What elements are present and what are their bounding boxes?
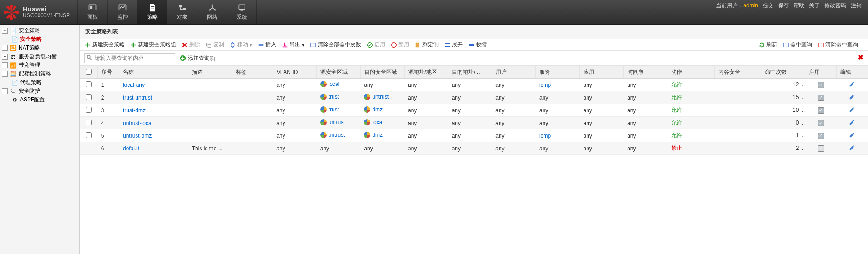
- row-checkbox[interactable]: [86, 94, 92, 100]
- policy-name-link[interactable]: trust-untrust: [123, 95, 152, 101]
- policy-name-link[interactable]: local-any: [123, 82, 145, 88]
- clear-all-hits-button[interactable]: 清除全部命中次数: [310, 41, 361, 49]
- zone-link[interactable]: local: [329, 81, 340, 87]
- policy-name-link[interactable]: default: [123, 145, 139, 152]
- expand-icon[interactable]: +: [2, 88, 8, 94]
- change-password-link[interactable]: 修改密码: [824, 2, 846, 10]
- col-name[interactable]: 名称: [119, 66, 188, 79]
- refresh-button[interactable]: 刷新: [759, 41, 777, 49]
- expand-button[interactable]: 展开: [444, 41, 463, 49]
- edit-icon[interactable]: [849, 106, 855, 113]
- zone-link[interactable]: trust: [329, 106, 339, 113]
- sidebar-item-sec-protect[interactable]: +🛡安全防护: [0, 87, 79, 95]
- col-action[interactable]: 动作: [667, 66, 715, 79]
- row-checkbox[interactable]: [86, 107, 92, 113]
- col-edit[interactable]: 编辑: [836, 66, 868, 79]
- help-link[interactable]: 帮助: [794, 2, 804, 10]
- collapse-button[interactable]: 收缩: [468, 41, 487, 49]
- col-desc[interactable]: 描述: [188, 66, 232, 79]
- clear-hit-query-button[interactable]: 清除命中查询: [818, 41, 858, 49]
- edit-icon[interactable]: [849, 132, 855, 138]
- col-content-sec[interactable]: 内容安全: [714, 66, 761, 79]
- table-row[interactable]: 5untrust-dmzanyuntrustdmzanyanyanyicmpan…: [80, 129, 868, 142]
- add-condition-button[interactable]: 添加查询项: [180, 55, 215, 62]
- logout-link[interactable]: 注销: [851, 2, 862, 10]
- enable-toggle[interactable]: ✓: [818, 95, 824, 101]
- enable-toggle[interactable]: ✓: [818, 133, 824, 139]
- row-checkbox[interactable]: [86, 132, 92, 138]
- col-app[interactable]: 应用: [580, 66, 624, 79]
- zone-link[interactable]: local: [372, 119, 383, 125]
- columns-button[interactable]: 列定制: [415, 41, 439, 49]
- service-link[interactable]: icmp: [539, 133, 551, 139]
- copy-button[interactable]: 复制: [206, 41, 224, 49]
- disable-button[interactable]: 禁用: [391, 41, 409, 49]
- sidebar-item-quota[interactable]: +🧮配额控制策略: [0, 70, 79, 78]
- sidebar-item-nat[interactable]: +🔁NAT策略: [0, 44, 79, 52]
- sidebar-item-bandwidth[interactable]: +📶带宽管理: [0, 61, 79, 70]
- search-input[interactable]: [84, 53, 175, 63]
- about-link[interactable]: 关于: [809, 2, 820, 10]
- policy-name-link[interactable]: untrust-dmz: [123, 133, 152, 139]
- sidebar-item-aspf[interactable]: ⚙ASPF配置: [0, 95, 79, 104]
- edit-icon[interactable]: [849, 94, 855, 100]
- sidebar-item-proxy[interactable]: 📄代理策略: [0, 78, 79, 87]
- service-link[interactable]: icmp: [539, 82, 551, 88]
- expand-icon[interactable]: +: [2, 54, 8, 60]
- col-src-zone[interactable]: 源安全区域: [317, 66, 361, 79]
- sidebar-item-security-policy[interactable]: −📄安全策略: [0, 26, 79, 35]
- new-group-button[interactable]: 新建安全策略组: [130, 41, 176, 49]
- expand-icon[interactable]: +: [2, 62, 8, 68]
- enable-button[interactable]: 启用: [367, 41, 385, 49]
- sidebar-item-security-policy-child[interactable]: 📄安全策略: [0, 35, 79, 44]
- nav-panel[interactable]: 面板: [77, 0, 107, 24]
- col-vlan[interactable]: VLAN ID: [273, 66, 317, 79]
- col-tag[interactable]: 标签: [232, 66, 273, 79]
- insert-button[interactable]: 插入: [258, 41, 276, 49]
- zone-link[interactable]: untrust: [372, 94, 389, 100]
- move-button[interactable]: 移动▾: [230, 41, 252, 49]
- col-dst-zone[interactable]: 目的安全区域: [360, 66, 404, 79]
- col-dst-addr[interactable]: 目的地址/...: [448, 66, 492, 79]
- zone-link[interactable]: untrust: [329, 119, 345, 125]
- col-hits[interactable]: 命中次数: [761, 66, 805, 79]
- collapse-icon[interactable]: −: [2, 28, 8, 34]
- nav-system[interactable]: 系统: [227, 0, 257, 24]
- policy-name-link[interactable]: trust-dmz: [123, 107, 146, 114]
- table-row[interactable]: 1local-anyanylocalanyanyanyanyicmpanyany…: [80, 79, 868, 91]
- col-service[interactable]: 服务: [536, 66, 580, 79]
- zone-link[interactable]: dmz: [372, 132, 383, 138]
- zone-link[interactable]: dmz: [372, 106, 383, 113]
- hit-query-button[interactable]: 命中查询: [783, 41, 812, 49]
- export-button[interactable]: 导出▾: [282, 41, 304, 49]
- select-all-checkbox[interactable]: [86, 69, 92, 75]
- edit-icon[interactable]: [849, 81, 855, 87]
- col-time[interactable]: 时间段: [623, 66, 667, 79]
- expand-icon[interactable]: +: [2, 71, 8, 77]
- col-seq[interactable]: 序号: [98, 66, 119, 79]
- col-user[interactable]: 用户: [492, 66, 536, 79]
- enable-toggle[interactable]: ✓: [818, 82, 824, 88]
- commit-link[interactable]: 提交: [763, 2, 774, 10]
- edit-icon[interactable]: [849, 144, 855, 151]
- enable-toggle[interactable]: ✓: [818, 145, 824, 152]
- new-policy-button[interactable]: 新建安全策略: [84, 41, 125, 49]
- sidebar-item-slb[interactable]: +⚖服务器负载均衡: [0, 52, 79, 61]
- expand-icon[interactable]: +: [2, 45, 8, 51]
- zone-link[interactable]: untrust: [329, 132, 345, 138]
- nav-object[interactable]: 对象: [167, 0, 197, 24]
- table-row[interactable]: 3trust-dmzanytrustdmzanyanyanyanyanyany允…: [80, 104, 868, 117]
- col-src-addr[interactable]: 源地址/地区: [404, 66, 448, 79]
- zone-link[interactable]: trust: [329, 94, 339, 100]
- delete-button[interactable]: 删除: [181, 41, 200, 49]
- nav-network[interactable]: 网络: [197, 0, 227, 24]
- row-checkbox[interactable]: [86, 81, 92, 87]
- policy-name-link[interactable]: untrust-local: [123, 120, 152, 126]
- nav-monitor[interactable]: 监控: [107, 0, 137, 24]
- enable-toggle[interactable]: ✓: [818, 107, 824, 114]
- row-checkbox[interactable]: [86, 120, 92, 125]
- nav-policy[interactable]: 策略: [137, 0, 167, 24]
- save-link[interactable]: 保存: [778, 2, 789, 10]
- close-search-icon[interactable]: ✖: [858, 54, 863, 61]
- col-enable[interactable]: 启用: [805, 66, 836, 79]
